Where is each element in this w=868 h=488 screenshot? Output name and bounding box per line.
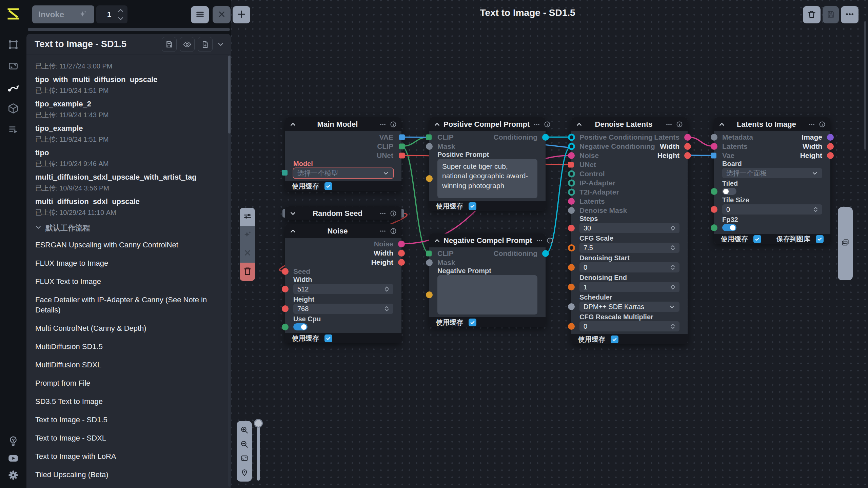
sparkle-action-button[interactable]: [240, 226, 255, 244]
node-menu-icon[interactable]: [379, 121, 387, 128]
port-handle-use-cpu[interactable]: [282, 324, 289, 330]
workflow-list-item[interactable]: Prompt from File: [35, 378, 222, 388]
collapsed-port-stub[interactable]: [401, 209, 404, 218]
location-pin-button[interactable]: [238, 466, 251, 479]
workflow-list-item[interactable]: multi_diffusion_sdxl_upscale已上传: 10/29/2…: [35, 197, 222, 217]
workflow-list-item[interactable]: tipo已上传: 11/9/24 9:46 AM: [35, 148, 222, 168]
stepper-buttons[interactable]: [670, 245, 675, 251]
add-node-button[interactable]: [233, 6, 250, 23]
node-header[interactable]: Positive Compel Prompt: [429, 117, 546, 131]
node-negative-compel[interactable]: Negative Compel PromptCLIPConditioningMa…: [429, 233, 546, 327]
port-handle-negative-conditioning[interactable]: [568, 143, 575, 150]
cancel-queue-button[interactable]: [213, 6, 231, 23]
port-handle-positive-conditioning[interactable]: [568, 134, 575, 141]
port-handle-t2i-adapter[interactable]: [568, 188, 575, 196]
tab-gallery[interactable]: [0, 59, 26, 74]
number-input[interactable]: 0: [722, 204, 822, 215]
panel-scrollbar[interactable]: [228, 56, 231, 487]
port-handle-width[interactable]: [684, 143, 691, 150]
port-handle-denoising-end[interactable]: [568, 284, 575, 290]
number-input[interactable]: 7.5: [579, 243, 679, 253]
port-handle-image[interactable]: [827, 134, 834, 141]
number-input[interactable]: 1: [579, 282, 679, 292]
workflow-list-item[interactable]: 已上传: 11/27/24 3:00 PM: [35, 62, 222, 70]
node-collapse-button[interactable]: [576, 121, 582, 127]
node-random-seed[interactable]: Random Seed: [285, 206, 401, 220]
stepper-buttons[interactable]: [670, 264, 675, 270]
delete-button[interactable]: [240, 263, 255, 281]
menu-button[interactable]: [191, 6, 209, 23]
panel-scrollbar-thumb[interactable]: [228, 56, 231, 134]
node-collapse-button[interactable]: [290, 121, 296, 127]
tab-workflows[interactable]: [0, 80, 26, 95]
port-handle-conditioning[interactable]: [542, 134, 549, 141]
port-handle-height[interactable]: [282, 305, 289, 312]
node-collapse-button[interactable]: [719, 121, 725, 127]
port-handle-unet[interactable]: [399, 152, 405, 158]
port-handle-clip[interactable]: [399, 143, 405, 149]
port-handle-height[interactable]: [684, 152, 691, 159]
stepper-buttons[interactable]: [813, 206, 818, 212]
node-collapse-button[interactable]: [290, 210, 296, 217]
checkbox[interactable]: [324, 334, 332, 342]
gallery-panel-toggle[interactable]: [838, 207, 853, 280]
port-handle-conditioning[interactable]: [542, 250, 549, 257]
number-input[interactable]: 0: [579, 321, 679, 331]
port-handle-positive-prompt[interactable]: [426, 175, 433, 182]
checkbox[interactable]: [611, 336, 618, 343]
checkbox[interactable]: [816, 235, 824, 243]
toggle-switch[interactable]: [722, 224, 736, 231]
workflow-list-item[interactable]: Text to Image - SD1.5: [35, 415, 222, 425]
port-handle-width[interactable]: [398, 250, 405, 257]
port-handle-metadata[interactable]: [711, 134, 717, 141]
number-input[interactable]: 0: [579, 262, 679, 272]
node-denoise-latents[interactable]: Denoise LatentsPositive ConditioningLate…: [571, 117, 688, 344]
port-handle-height[interactable]: [398, 259, 405, 266]
workflow-list-item[interactable]: tipo_with_multi_diffusion_upscale已上传: 11…: [35, 75, 222, 95]
panel-collapse-button[interactable]: [215, 37, 227, 52]
clear-selection-button[interactable]: [240, 244, 255, 263]
node-header[interactable]: Noise: [285, 224, 401, 238]
decrement-icon[interactable]: [118, 16, 123, 22]
node-positive-compel[interactable]: Positive Compel PromptCLIPConditioningMa…: [429, 117, 546, 211]
settings-button[interactable]: [0, 468, 26, 483]
node-collapse-button[interactable]: [434, 238, 440, 244]
zoom-slider[interactable]: [257, 420, 260, 481]
port-handle-latents[interactable]: [684, 134, 691, 141]
node-header[interactable]: Denoise Latents: [571, 117, 688, 131]
view-workflow-button[interactable]: [180, 37, 195, 52]
port-handle-vae[interactable]: [399, 134, 405, 140]
node-menu-icon[interactable]: [379, 228, 387, 235]
workflow-list-item[interactable]: Text to Image with LoRA: [35, 451, 222, 462]
workflow-list-item[interactable]: multi_diffusion_sdxl_upscale_with_artist…: [35, 172, 222, 192]
save-workflow-icon-button[interactable]: [162, 37, 177, 52]
canvas-scrollbar[interactable]: [864, 21, 866, 149]
port-handle-mask[interactable]: [426, 259, 433, 266]
checkbox[interactable]: [469, 202, 476, 210]
workflow-list-item[interactable]: Tiled Upscaling (Beta): [35, 470, 222, 480]
node-header[interactable]: Latents to Image: [714, 117, 830, 131]
support-button[interactable]: [0, 434, 26, 449]
stepper-buttons[interactable]: [384, 286, 389, 292]
stepper-buttons[interactable]: [670, 284, 675, 290]
checkbox[interactable]: [469, 319, 476, 326]
workflow-list-item[interactable]: Text to Image - SDXL: [35, 433, 222, 443]
invoke-button[interactable]: Invoke: [32, 5, 94, 23]
port-handle-width[interactable]: [827, 143, 834, 150]
port-handle-ip-adapter[interactable]: [568, 179, 575, 186]
workflow-list-item[interactable]: Face Detailer with IP-Adapter & Canny (S…: [35, 295, 222, 315]
port-handle-height[interactable]: [827, 152, 834, 159]
node-header[interactable]: Main Model: [285, 117, 401, 131]
workflow-list-item[interactable]: ESRGAN Upscaling with Canny ControlNet: [35, 240, 222, 250]
port-handle-latents[interactable]: [711, 143, 717, 150]
checkbox[interactable]: [324, 182, 332, 190]
workflow-list-item[interactable]: FLUX Text to Image: [35, 277, 222, 287]
port-handle-fp32[interactable]: [711, 224, 717, 231]
toggle-switch[interactable]: [722, 188, 736, 195]
node-collapse-button[interactable]: [434, 121, 440, 127]
save-workflow-button[interactable]: [823, 6, 839, 23]
port-handle-scheduler[interactable]: [568, 303, 575, 310]
workflow-list-item[interactable]: Multi ControlNet (Canny & Depth): [35, 323, 222, 333]
dropdown[interactable]: 选择一个面板: [722, 168, 822, 178]
number-input[interactable]: 768: [293, 304, 393, 314]
